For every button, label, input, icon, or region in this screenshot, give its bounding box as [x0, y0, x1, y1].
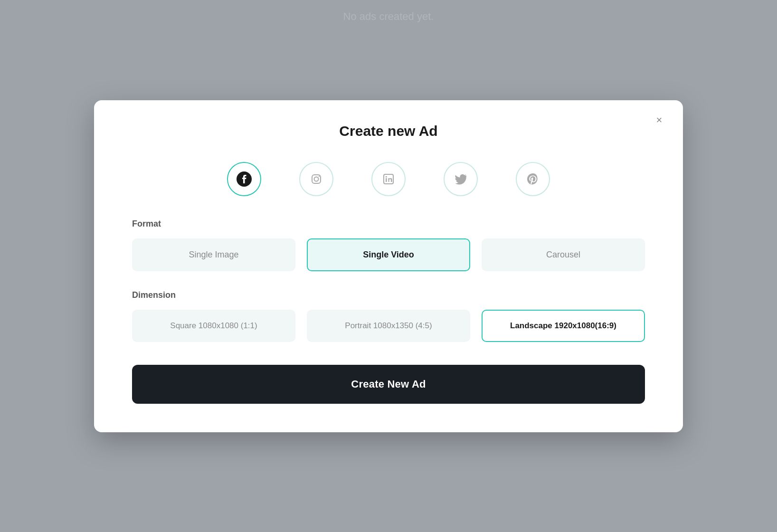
social-icon-facebook[interactable] [227, 162, 261, 196]
social-icon-instagram[interactable] [299, 162, 333, 196]
svg-rect-5 [386, 178, 387, 182]
social-icon-pinterest[interactable] [516, 162, 550, 196]
format-single-video[interactable]: Single Video [307, 238, 470, 271]
social-icon-linkedin[interactable] [371, 162, 406, 196]
dimension-portrait[interactable]: Portrait 1080x1350 (4:5) [307, 310, 470, 342]
format-label: Format [132, 219, 645, 229]
format-carousel[interactable]: Carousel [482, 238, 645, 271]
dimension-landscape[interactable]: Landscape 1920x1080(16:9) [482, 310, 645, 342]
social-icons-row [132, 162, 645, 196]
modal: × Create new Ad [94, 100, 683, 432]
svg-point-2 [314, 177, 319, 181]
svg-point-3 [319, 175, 320, 176]
close-button[interactable]: × [651, 112, 668, 129]
modal-title: Create new Ad [132, 123, 645, 139]
format-row: Single Image Single Video Carousel [132, 238, 645, 271]
social-icon-twitter[interactable] [444, 162, 478, 196]
format-single-image[interactable]: Single Image [132, 238, 295, 271]
modal-overlay: × Create new Ad [0, 0, 777, 532]
dimension-label: Dimension [132, 290, 645, 300]
dimension-row: Square 1080x1080 (1:1) Portrait 1080x135… [132, 310, 645, 342]
dimension-square[interactable]: Square 1080x1080 (1:1) [132, 310, 295, 342]
svg-point-6 [386, 176, 387, 177]
create-new-ad-button[interactable]: Create New Ad [132, 365, 645, 404]
